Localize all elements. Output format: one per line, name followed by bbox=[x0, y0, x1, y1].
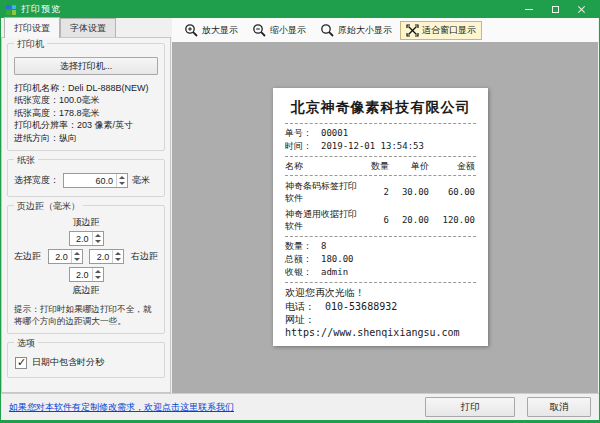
total-sum-label: 总额： bbox=[285, 253, 321, 266]
right-margin-label: 右边距 bbox=[131, 250, 158, 263]
col-price: 单价 bbox=[389, 160, 429, 172]
total-sum-value: 180.00 bbox=[321, 253, 354, 266]
item-price: 30.00 bbox=[389, 186, 429, 198]
fit-window-button[interactable]: 适合窗口显示 bbox=[400, 21, 482, 40]
options-group: 选项 日期中包含时分秒 bbox=[7, 342, 165, 378]
tab-print-settings[interactable]: 打印设置 bbox=[4, 17, 60, 38]
original-size-button[interactable]: 原始大小显示 bbox=[314, 20, 398, 41]
paper-width-label: 选择宽度： bbox=[14, 174, 59, 187]
settings-column: 打印设置 字体设置 打印机 选择打印机... 打印机名称：Deli DL-888… bbox=[1, 18, 171, 393]
col-amount: 金额 bbox=[429, 160, 475, 172]
cashier-value: admin bbox=[321, 266, 348, 279]
printer-group-label: 打印机 bbox=[14, 38, 47, 51]
divider bbox=[285, 156, 476, 157]
paper-width-stepper[interactable]: 60.0 bbox=[63, 173, 128, 188]
divider bbox=[285, 282, 476, 283]
print-settings-panel: 打印机 选择打印机... 打印机名称：Deli DL-888B(NEW) 纸张宽… bbox=[1, 37, 171, 393]
maximize-icon bbox=[552, 6, 559, 13]
stepper-down-icon[interactable] bbox=[93, 239, 103, 246]
item-amount: 60.00 bbox=[429, 186, 475, 198]
welcome-text: 欢迎您再次光临！ bbox=[285, 286, 476, 300]
include-time-label: 日期中包含时分秒 bbox=[32, 356, 104, 369]
printer-group: 打印机 选择打印机... 打印机名称：Deli DL-888B(NEW) 纸张宽… bbox=[7, 43, 165, 151]
receipt-table-header: 名称 数量 单价 金额 bbox=[285, 160, 476, 172]
margins-group-label: 页边距（毫米） bbox=[14, 200, 83, 213]
zoom-toolbar: 放大显示 缩小显示 原始大小显示 适合窗口显示 bbox=[172, 18, 598, 42]
col-qty: 数量 bbox=[365, 160, 389, 172]
right-margin-stepper[interactable]: 2.0 bbox=[89, 249, 124, 264]
zoom-out-button[interactable]: 缩小显示 bbox=[246, 20, 312, 41]
minimize-button[interactable] bbox=[516, 1, 542, 18]
paper-group: 纸张 选择宽度： 60.0 毫米 bbox=[7, 159, 165, 197]
tab-strip: 打印设置 字体设置 bbox=[1, 18, 171, 38]
printer-name-line: 打印机名称：Deli DL-888B(NEW) bbox=[14, 82, 158, 94]
paper-group-label: 纸张 bbox=[14, 154, 38, 167]
right-margin-value[interactable]: 2.0 bbox=[90, 250, 112, 263]
original-size-label: 原始大小显示 bbox=[338, 24, 392, 37]
title-bar: 打印预览 bbox=[1, 1, 599, 18]
print-preview-window: 打印预览 打印设置 字体设置 打印机 选择打印机... 打印机名称：Deli D… bbox=[0, 0, 600, 423]
item-name: 神奇通用收据打印软件 bbox=[285, 208, 365, 232]
site-label: 网址： bbox=[285, 313, 476, 327]
total-qty-value: 8 bbox=[321, 240, 326, 253]
close-button[interactable] bbox=[568, 1, 594, 18]
bottom-margin-value[interactable]: 2.0 bbox=[70, 268, 92, 281]
item-name: 神奇条码标签打印软件 bbox=[285, 180, 365, 204]
paper-height-line: 纸张高度：178.8毫米 bbox=[14, 107, 158, 119]
minimize-icon bbox=[525, 9, 533, 10]
cashier-label: 收银： bbox=[285, 266, 321, 279]
bottom-margin-stepper[interactable]: 2.0 bbox=[69, 267, 104, 282]
time-label: 时间： bbox=[285, 140, 321, 153]
select-printer-button[interactable]: 选择打印机... bbox=[14, 57, 158, 75]
paper-width-value[interactable]: 60.0 bbox=[64, 174, 116, 187]
margins-hint-text: 提示：打印时如果哪边打印不全，就将哪个方向的边距调大一些。 bbox=[14, 304, 158, 327]
left-margin-label: 左边距 bbox=[14, 250, 41, 263]
col-name: 名称 bbox=[285, 160, 365, 172]
window-title: 打印预览 bbox=[21, 3, 61, 16]
stepper-down-icon[interactable] bbox=[117, 181, 127, 188]
receipt-footer: 欢迎您再次光临！ 电话：010-53688932 网址： https://www… bbox=[285, 286, 476, 340]
order-no-value: 00001 bbox=[321, 127, 348, 140]
left-margin-value[interactable]: 2.0 bbox=[49, 250, 71, 263]
print-button[interactable]: 打印 bbox=[425, 397, 515, 417]
zoom-in-label: 放大显示 bbox=[202, 24, 238, 37]
divider bbox=[285, 123, 476, 124]
left-margin-stepper[interactable]: 2.0 bbox=[48, 249, 83, 264]
divider bbox=[285, 236, 476, 237]
contact-us-link[interactable]: 如果您对本软件有定制修改需求，欢迎点击这里联系我们 bbox=[9, 401, 234, 414]
app-logo-icon bbox=[6, 5, 16, 15]
fit-window-icon bbox=[406, 24, 419, 37]
zoom-out-label: 缩小显示 bbox=[270, 24, 306, 37]
cancel-button[interactable]: 取消 bbox=[527, 397, 591, 417]
item-amount: 120.00 bbox=[429, 214, 475, 226]
receipt-preview: 北京神奇像素科技有限公司 单号：00001 时间：2019-12-01 13:5… bbox=[273, 88, 488, 346]
stepper-down-icon[interactable] bbox=[113, 257, 123, 264]
divider bbox=[285, 175, 476, 176]
time-value: 2019-12-01 13:54:53 bbox=[321, 140, 424, 153]
receipt-company-name: 北京神奇像素科技有限公司 bbox=[285, 99, 476, 117]
total-qty-label: 数量： bbox=[285, 240, 321, 253]
item-price: 20.00 bbox=[389, 214, 429, 226]
printer-dpi-line: 打印机分辨率：203 像素/英寸 bbox=[14, 119, 158, 131]
zoom-in-icon bbox=[184, 23, 199, 38]
item-qty: 6 bbox=[365, 214, 389, 226]
top-margin-label: 顶边距 bbox=[14, 216, 158, 229]
phone-value: 010-53688932 bbox=[325, 300, 397, 313]
top-margin-value[interactable]: 2.0 bbox=[70, 232, 92, 245]
zoom-in-button[interactable]: 放大显示 bbox=[178, 20, 244, 41]
paper-width-line: 纸张宽度：100.0毫米 bbox=[14, 94, 158, 106]
stepper-down-icon[interactable] bbox=[93, 275, 103, 282]
fit-window-label: 适合窗口显示 bbox=[422, 24, 476, 37]
order-no-label: 单号： bbox=[285, 127, 321, 140]
preview-canvas: 北京神奇像素科技有限公司 单号：00001 时间：2019-12-01 13:5… bbox=[172, 42, 598, 393]
tab-font-settings[interactable]: 字体设置 bbox=[60, 18, 116, 38]
paper-width-unit: 毫米 bbox=[132, 174, 150, 187]
receipt-item-row: 神奇通用收据打印软件 6 20.00 120.00 bbox=[285, 208, 476, 232]
maximize-button[interactable] bbox=[542, 1, 568, 18]
status-bar: 如果您对本软件有定制修改需求，欢迎点击这里联系我们 打印 取消 bbox=[1, 393, 599, 420]
item-qty: 2 bbox=[365, 186, 389, 198]
zoom-out-icon bbox=[252, 23, 267, 38]
stepper-down-icon[interactable] bbox=[72, 257, 82, 264]
include-time-checkbox[interactable] bbox=[15, 357, 27, 369]
top-margin-stepper[interactable]: 2.0 bbox=[69, 231, 104, 246]
